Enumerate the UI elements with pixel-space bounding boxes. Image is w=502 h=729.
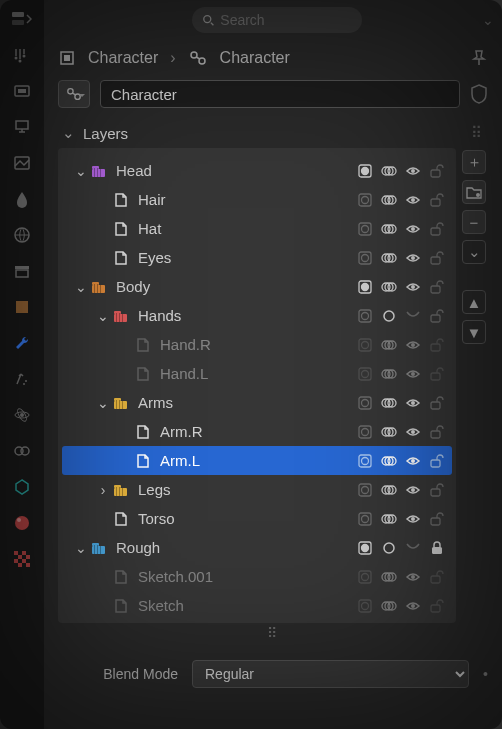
world-icon[interactable] <box>11 224 33 246</box>
layer-row-eyes[interactable]: Eyes <box>62 243 452 272</box>
visibility-toggle[interactable] <box>404 539 422 557</box>
move-up-button[interactable]: ▲ <box>462 290 486 314</box>
visibility-toggle[interactable] <box>404 597 422 615</box>
layer-row-handl[interactable]: Hand.L <box>62 359 452 388</box>
onion-toggle[interactable] <box>380 597 398 615</box>
visibility-toggle[interactable] <box>404 423 422 441</box>
mask-toggle[interactable] <box>356 423 374 441</box>
pin-icon[interactable] <box>470 49 488 67</box>
visibility-toggle[interactable] <box>404 220 422 238</box>
visibility-toggle[interactable] <box>404 162 422 180</box>
layer-row-head[interactable]: ⌄Head <box>62 156 452 185</box>
layer-row-sk001[interactable]: Sketch.001 <box>62 562 452 591</box>
lock-toggle[interactable] <box>428 597 446 615</box>
onion-toggle[interactable] <box>380 220 398 238</box>
mask-toggle[interactable] <box>356 481 374 499</box>
disclosure-icon[interactable]: ⌄ <box>72 163 90 179</box>
lock-toggle[interactable] <box>428 510 446 528</box>
blend-mode-select[interactable]: Regular <box>192 660 469 688</box>
mask-toggle[interactable] <box>356 539 374 557</box>
lock-toggle[interactable] <box>428 394 446 412</box>
lock-toggle[interactable] <box>428 249 446 267</box>
visibility-toggle[interactable] <box>404 510 422 528</box>
fake-user-icon[interactable] <box>470 84 488 104</box>
layer-menu-button[interactable]: ⌄ <box>462 240 486 264</box>
mask-toggle[interactable] <box>356 162 374 180</box>
layers-panel-header[interactable]: ⌄ Layers ⠿ <box>58 118 488 148</box>
visibility-toggle[interactable] <box>404 568 422 586</box>
layer-row-hair[interactable]: Hair <box>62 185 452 214</box>
layer-row-hat[interactable]: Hat <box>62 214 452 243</box>
visibility-toggle[interactable] <box>404 336 422 354</box>
data-icon[interactable] <box>11 476 33 498</box>
constraints-icon[interactable] <box>11 440 33 462</box>
onion-toggle[interactable] <box>380 481 398 499</box>
mask-toggle[interactable] <box>356 220 374 238</box>
lock-toggle[interactable] <box>428 481 446 499</box>
physics-icon[interactable] <box>11 404 33 426</box>
visibility-toggle[interactable] <box>404 481 422 499</box>
mask-toggle[interactable] <box>356 568 374 586</box>
particles-icon[interactable] <box>11 368 33 390</box>
lock-toggle[interactable] <box>428 336 446 354</box>
mask-toggle[interactable] <box>356 307 374 325</box>
mask-toggle[interactable] <box>356 597 374 615</box>
onion-toggle[interactable] <box>380 365 398 383</box>
onion-toggle[interactable] <box>380 336 398 354</box>
mask-toggle[interactable] <box>356 336 374 354</box>
mask-toggle[interactable] <box>356 452 374 470</box>
lock-toggle[interactable] <box>428 365 446 383</box>
lock-toggle[interactable] <box>428 568 446 586</box>
visibility-toggle[interactable] <box>404 307 422 325</box>
layer-row-handr[interactable]: Hand.R <box>62 330 452 359</box>
disclosure-icon[interactable]: ⌄ <box>94 395 112 411</box>
onion-toggle[interactable] <box>380 162 398 180</box>
layer-row-arml[interactable]: Arm.L <box>62 446 452 475</box>
search-field[interactable] <box>192 7 362 33</box>
breadcrumb-a[interactable]: Character <box>88 49 158 67</box>
layer-row-arms[interactable]: ⌄Arms <box>62 388 452 417</box>
onion-toggle[interactable] <box>380 394 398 412</box>
disclosure-icon[interactable]: ⌄ <box>72 279 90 295</box>
onion-toggle[interactable] <box>380 191 398 209</box>
visibility-toggle[interactable] <box>404 452 422 470</box>
datablock-name-field[interactable]: Character <box>100 80 460 108</box>
datablock-type-dropdown[interactable] <box>58 80 90 108</box>
breadcrumb-b[interactable]: Character <box>220 49 290 67</box>
add-layer-button[interactable]: ＋ <box>462 150 486 174</box>
layer-row-body[interactable]: ⌄Body <box>62 272 452 301</box>
layer-row-torso[interactable]: Torso <box>62 504 452 533</box>
visibility-toggle[interactable] <box>404 191 422 209</box>
mask-toggle[interactable] <box>356 394 374 412</box>
onion-toggle[interactable] <box>380 423 398 441</box>
wrench-icon[interactable] <box>11 44 33 66</box>
drop-icon[interactable] <box>11 188 33 210</box>
add-group-button[interactable] <box>462 180 486 204</box>
lock-toggle[interactable] <box>428 162 446 180</box>
lock-toggle[interactable] <box>428 539 446 557</box>
mask-toggle[interactable] <box>356 365 374 383</box>
onion-toggle[interactable] <box>380 307 398 325</box>
visibility-toggle[interactable] <box>404 249 422 267</box>
onion-toggle[interactable] <box>380 452 398 470</box>
lock-toggle[interactable] <box>428 423 446 441</box>
mask-toggle[interactable] <box>356 191 374 209</box>
lock-toggle[interactable] <box>428 307 446 325</box>
layer-row-sketch[interactable]: Sketch <box>62 591 452 620</box>
options-chevron-icon[interactable]: ⌄ <box>482 12 494 28</box>
visibility-toggle[interactable] <box>404 278 422 296</box>
onion-toggle[interactable] <box>380 510 398 528</box>
layer-row-armr[interactable]: Arm.R <box>62 417 452 446</box>
layer-row-legs[interactable]: ›Legs <box>62 475 452 504</box>
drag-handle-icon[interactable]: ⠿ <box>471 124 484 142</box>
disclosure-icon[interactable]: › <box>94 482 112 498</box>
lock-toggle[interactable] <box>428 452 446 470</box>
texture-icon[interactable] <box>11 548 33 570</box>
output-icon[interactable] <box>11 116 33 138</box>
layer-row-hands[interactable]: ⌄Hands <box>62 301 452 330</box>
onion-toggle[interactable] <box>380 249 398 267</box>
archive-icon[interactable] <box>11 260 33 282</box>
disclosure-icon[interactable]: ⌄ <box>72 540 90 556</box>
move-down-button[interactable]: ▼ <box>462 320 486 344</box>
resize-handle-icon[interactable]: ⠿ <box>58 623 488 643</box>
